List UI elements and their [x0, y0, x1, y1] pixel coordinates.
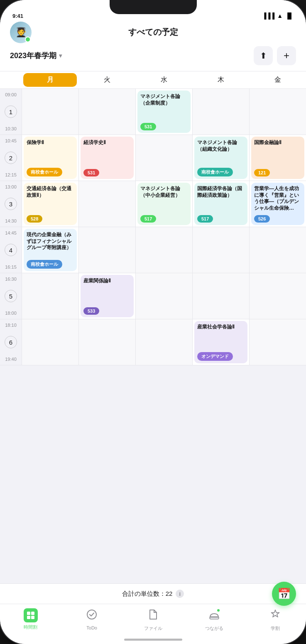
header-wed: 水	[135, 71, 192, 88]
period-row-4: 14:45 4 16:15 現代の企業金融（みずほフィナンシャルグループ寄附講座…	[0, 227, 306, 273]
nav-item-files[interactable]: ファイル	[122, 608, 184, 632]
home-indicator	[124, 639, 182, 641]
course-card-p4-mon[interactable]: 現代の企業金融（みずほフィナンシャルグループ寄附講座） 南校會ホール	[24, 229, 77, 271]
room-badge-p6-thu: オンデマンド	[197, 352, 233, 361]
period-num-3: 3	[5, 198, 17, 210]
period-num-1: 1	[5, 105, 17, 118]
time-start-2: 10:45	[5, 138, 17, 143]
nav-icon-files	[147, 608, 159, 624]
toolbar-buttons: ⬆ +	[254, 46, 296, 65]
battery-icon: ▐▌	[285, 12, 294, 19]
course-card-p1-wed[interactable]: マネジメント各論（企業制度） 531	[137, 91, 191, 133]
cell-p6-thu[interactable]: 産業社会学各論Ⅱ オンデマンド	[192, 319, 249, 365]
course-name-p2-fri: 国際金融論Ⅱ	[254, 140, 301, 167]
share-icon: ⬆	[260, 51, 267, 61]
svg-rect-1	[31, 612, 34, 615]
semester-selector[interactable]: 2023年春学期 ▾	[10, 51, 62, 61]
time-end-3: 14:30	[5, 218, 17, 223]
time-start-6: 18:10	[5, 323, 17, 328]
svg-rect-0	[27, 612, 30, 615]
timetable-icon	[24, 608, 38, 622]
room-badge-p3-mon: 528	[27, 215, 42, 223]
nav-item-discount[interactable]: 学割	[245, 608, 306, 632]
course-name-p3-wed: マネジメント各論（中小企業経営）	[140, 186, 188, 213]
cell-p4-mon[interactable]: 現代の企業金融（みずほフィナンシャルグループ寄附講座） 南校會ホール	[22, 227, 78, 273]
course-card-p2-thu[interactable]: マネジメント各論（組織文化論） 南校會ホール	[194, 137, 247, 179]
nav-label-todo: ToDo	[86, 625, 97, 630]
room-badge-p2-mon: 南校會ホール	[27, 168, 62, 176]
cell-p3-wed[interactable]: マネジメント各論（中小企業経営） 517	[135, 181, 192, 227]
time-col-6: 18:10 6 19:40	[0, 319, 22, 365]
course-card-p3-wed[interactable]: マネジメント各論（中小企業経営） 517	[137, 183, 191, 225]
course-card-p6-thu[interactable]: 産業社会学各論Ⅱ オンデマンド	[194, 321, 247, 363]
cell-p2-fri[interactable]: 国際金融論Ⅱ 121	[249, 135, 306, 181]
cell-p5-fri	[249, 273, 306, 319]
period-num-5: 5	[5, 290, 17, 302]
cell-p2-thu[interactable]: マネジメント各論（組織文化論） 南校會ホール	[192, 135, 249, 181]
period-row-5: 16:30 5 18:00 産業関係論Ⅱ 533	[0, 273, 306, 319]
nav-label-discount: 学割	[271, 625, 280, 632]
toolbar: 2023年春学期 ▾ ⬆ +	[0, 44, 306, 71]
cell-p6-fri	[249, 319, 306, 365]
nav-item-timetable[interactable]: 時間割	[0, 608, 61, 632]
cell-p3-thu[interactable]: 国際経済学各論（国際経済政策論） 517	[192, 181, 249, 227]
course-name-p4-mon: 現代の企業金融（みずほフィナンシャルグループ寄附講座）	[27, 232, 74, 257]
header: 🧑‍🎓 すべての予定	[0, 22, 306, 44]
time-end-4: 16:15	[5, 264, 17, 269]
cell-p3-fri[interactable]: 営業学—人生を成功に導く『営業』という仕事—（プルデンシャル生命保険… 526	[249, 181, 306, 227]
cell-p3-tue	[78, 181, 135, 227]
wifi-icon: ▲	[277, 12, 283, 19]
course-card-p2-mon[interactable]: 保険学Ⅱ 南校會ホール	[24, 137, 77, 179]
online-indicator	[25, 37, 31, 42]
calendar-header: 月 火 水 木 金	[0, 71, 306, 89]
cell-p2-mon[interactable]: 保険学Ⅱ 南校會ホール	[22, 135, 78, 181]
course-name-p1-wed: マネジメント各論（企業制度）	[140, 93, 188, 120]
cell-p4-thu	[192, 227, 249, 273]
avatar-wrap[interactable]: 🧑‍🎓	[10, 22, 32, 43]
cell-p1-thu	[192, 89, 249, 135]
page-title: すべての予定	[128, 27, 178, 38]
cell-p6-mon	[22, 319, 78, 365]
nav-item-connect[interactable]: つながる	[184, 608, 245, 632]
course-card-p3-fri[interactable]: 営業学—人生を成功に導く『営業』という仕事—（プルデンシャル生命保険… 526	[251, 183, 304, 225]
time: 9:41	[12, 13, 23, 19]
room-badge-p3-wed: 517	[140, 215, 156, 223]
time-col-1: 09:00 1 10:30	[0, 89, 22, 135]
time-end-6: 19:40	[5, 357, 17, 362]
cell-p1-wed[interactable]: マネジメント各論（企業制度） 531	[135, 89, 192, 135]
fab-calendar[interactable]: 📅	[272, 582, 296, 606]
course-name-p2-mon: 保険学Ⅱ	[27, 140, 74, 165]
nav-item-todo[interactable]: ToDo	[61, 608, 122, 632]
room-badge-p3-thu: 517	[197, 215, 213, 223]
total-units-label: 合計の単位数：22	[122, 590, 173, 598]
course-card-p3-mon[interactable]: 交通経済各論（交通政策Ⅱ） 528	[24, 183, 77, 225]
room-badge-p2-tue: 531	[83, 169, 99, 176]
notch	[110, 0, 197, 14]
cell-p5-tue[interactable]: 産業関係論Ⅱ 533	[78, 273, 135, 319]
header-empty	[0, 71, 22, 88]
course-name-p3-mon: 交通経済各論（交通政策Ⅱ）	[27, 186, 74, 213]
period-row-2: 10:45 2 12:15 保険学Ⅱ 南校會ホール 経済学史Ⅱ 531	[0, 135, 306, 181]
semester-label: 2023年春学期	[10, 51, 56, 61]
course-card-p2-fri[interactable]: 国際金融論Ⅱ 121	[251, 137, 304, 179]
cell-p2-tue[interactable]: 経済学史Ⅱ 531	[78, 135, 135, 181]
cell-p4-wed	[135, 227, 192, 273]
share-button[interactable]: ⬆	[254, 46, 273, 65]
cell-p1-mon	[22, 89, 78, 135]
info-icon[interactable]: i	[176, 590, 184, 598]
room-badge-p2-thu: 南校會ホール	[197, 168, 233, 176]
header-thu: 木	[192, 71, 249, 88]
cell-p4-tue	[78, 227, 135, 273]
period-row-6: 18:10 6 19:40 産業社会学各論Ⅱ オンデマンド	[0, 319, 306, 365]
time-start-1: 09:00	[5, 92, 17, 97]
phone-frame: 9:41 ▐▐▐ ▲ ▐▌ 🧑‍🎓 すべての予定 2023年春学期 ▾	[0, 0, 306, 644]
add-button[interactable]: +	[277, 46, 296, 65]
cell-p3-mon[interactable]: 交通経済各論（交通政策Ⅱ） 528	[22, 181, 78, 227]
room-badge-p3-fri: 526	[254, 215, 270, 223]
calendar[interactable]: 月 火 水 木 金 09:00 1 10:30 マネジメント各論（企業制度）	[0, 71, 306, 583]
course-card-p5-tue[interactable]: 産業関係論Ⅱ 533	[81, 275, 134, 317]
course-card-p2-tue[interactable]: 経済学史Ⅱ 531	[81, 137, 134, 179]
header-tue: 火	[78, 71, 135, 88]
room-badge-p5-tue: 533	[83, 307, 99, 315]
course-card-p3-thu[interactable]: 国際経済学各論（国際経済政策論） 517	[194, 183, 247, 225]
